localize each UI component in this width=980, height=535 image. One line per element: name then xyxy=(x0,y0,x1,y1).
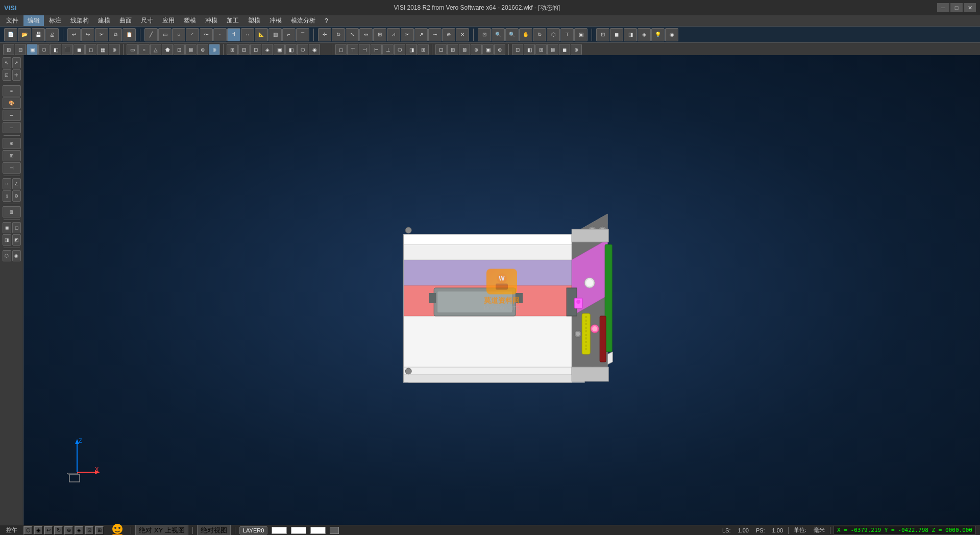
left-tb-linewidth[interactable]: ─ xyxy=(3,122,21,133)
tb-attr7[interactable]: ◼ xyxy=(74,44,85,55)
tb-new[interactable]: 📄 xyxy=(4,28,17,41)
tb-attr4[interactable]: ⬡ xyxy=(38,44,50,55)
menu-edit[interactable]: 编辑 xyxy=(23,15,44,26)
left-tb-color[interactable]: 🎨 xyxy=(3,98,21,109)
tb-line[interactable]: ╱ xyxy=(144,28,158,41)
tb-img2[interactable]: ⊟ xyxy=(238,44,250,55)
tb-move[interactable]: ✛ xyxy=(318,28,331,41)
menu-file[interactable]: 文件 xyxy=(2,15,22,26)
left-tb-cross-sel[interactable]: ✛ xyxy=(12,69,21,81)
tb-shape5[interactable]: ⊡ xyxy=(174,44,185,55)
menu-modeling[interactable]: 建模 xyxy=(94,15,114,26)
color-end[interactable] xyxy=(330,527,339,534)
close-button[interactable]: ✕ xyxy=(964,3,976,12)
left-tb-measure-angle[interactable]: ∠ xyxy=(12,178,21,189)
left-tb-select[interactable]: ↖ xyxy=(3,57,11,68)
tb-img3[interactable]: ⊡ xyxy=(250,44,261,55)
tb-hatch[interactable]: ▥ xyxy=(268,28,282,41)
tb-circle[interactable]: ○ xyxy=(172,28,185,41)
color-swatch[interactable] xyxy=(272,527,287,534)
tb-view8[interactable]: ⊞ xyxy=(418,44,429,55)
left-tb-snap[interactable]: ⊕ xyxy=(3,138,21,149)
tb-view1[interactable]: ◻ xyxy=(335,44,347,55)
status-icon-2[interactable]: ◉ xyxy=(34,526,43,535)
menu-die2[interactable]: 冲模 xyxy=(265,15,286,26)
tb-sys6[interactable]: ⊕ xyxy=(571,44,582,55)
tb-rect[interactable]: ▭ xyxy=(158,28,172,41)
left-tb-measure-dist[interactable]: ↔ xyxy=(3,178,11,189)
tb-attr10[interactable]: ⊕ xyxy=(109,44,120,55)
tb-shape4[interactable]: ⬟ xyxy=(162,44,173,55)
tb-sys2[interactable]: ◧ xyxy=(524,44,535,55)
tb-view-top[interactable]: ⊤ xyxy=(560,28,574,41)
status-icon-3[interactable]: ↩ xyxy=(44,526,53,535)
tb-sys5[interactable]: ◼ xyxy=(559,44,570,55)
tb-view6[interactable]: ⬡ xyxy=(394,44,405,55)
tb-dim[interactable]: ↔ xyxy=(241,28,254,41)
menu-die[interactable]: 冲模 xyxy=(201,15,222,26)
status-icon-8[interactable]: ⊞ xyxy=(95,526,104,535)
menu-dimension[interactable]: 尺寸 xyxy=(137,15,157,26)
tb-spline[interactable]: 〜 xyxy=(200,28,213,41)
tb-array[interactable]: ⊞ xyxy=(373,28,386,41)
left-tb-render4[interactable]: ◩ xyxy=(12,234,21,246)
status-icon-4[interactable]: ↻ xyxy=(54,526,63,535)
tb-attr2[interactable]: ⊟ xyxy=(15,44,26,55)
tb-attr1[interactable]: ⊞ xyxy=(3,44,14,55)
tb-view3[interactable]: ⊣ xyxy=(359,44,370,55)
tb-img7[interactable]: ⬡ xyxy=(297,44,308,55)
tb-shape3[interactable]: △ xyxy=(150,44,161,55)
status-icon-7[interactable]: ⊡ xyxy=(85,526,94,535)
left-tb-grid[interactable]: ⊞ xyxy=(3,150,21,161)
tb-attr3[interactable]: ▣ xyxy=(27,44,38,55)
tb-shade-edge[interactable]: ◨ xyxy=(624,28,637,41)
tb-view2[interactable]: ⊤ xyxy=(347,44,358,55)
tb-attr9[interactable]: ▦ xyxy=(97,44,108,55)
tb-extend[interactable]: ↗ xyxy=(414,28,428,41)
left-tb-info[interactable]: ℹ xyxy=(3,190,11,202)
minimize-button[interactable]: ─ xyxy=(937,3,949,12)
tb-wp5[interactable]: ▣ xyxy=(482,44,494,55)
tb-view7[interactable]: ◨ xyxy=(406,44,417,55)
tb-save[interactable]: 💾 xyxy=(32,28,45,41)
menu-annotate[interactable]: 标注 xyxy=(45,15,65,26)
menu-flow[interactable]: 模流分析 xyxy=(287,15,320,26)
tb-measure[interactable]: 📐 xyxy=(255,28,268,41)
tb-zoom-in[interactable]: 🔍 xyxy=(492,28,505,41)
tb-attr8[interactable]: ◻ xyxy=(85,44,96,55)
tb-img5[interactable]: ▣ xyxy=(274,44,285,55)
maximize-button[interactable]: □ xyxy=(950,3,963,12)
tb-sys1[interactable]: ⊡ xyxy=(512,44,523,55)
left-tb-obj2[interactable]: ◉ xyxy=(12,250,21,261)
left-tb-render1[interactable]: ◼ xyxy=(3,222,11,233)
tb-view-iso[interactable]: ⬡ xyxy=(547,28,560,41)
tb-undo[interactable]: ↩ xyxy=(67,28,81,41)
tb-render[interactable]: ◈ xyxy=(638,28,651,41)
tb-wp2[interactable]: ⊞ xyxy=(447,44,458,55)
left-tb-ortho[interactable]: ⊣ xyxy=(3,162,21,174)
tb-material[interactable]: ◉ xyxy=(665,28,678,41)
left-tb-props[interactable]: ⚙ xyxy=(12,190,21,202)
tb-open[interactable]: 📂 xyxy=(18,28,31,41)
left-tb-delete[interactable]: 🗑 xyxy=(3,206,21,217)
view-xy-button[interactable]: 绝对 XY 上视图 xyxy=(135,525,188,536)
tb-sys4[interactable]: ⊠ xyxy=(547,44,558,55)
tb-redo[interactable]: ↪ xyxy=(81,28,94,41)
tb-shape1[interactable]: ▭ xyxy=(127,44,138,55)
tb-img1[interactable]: ⊞ xyxy=(227,44,238,55)
tb-chamfer[interactable]: ⌐ xyxy=(282,28,296,41)
menu-mold[interactable]: 塑模 xyxy=(180,15,200,26)
tb-shade[interactable]: ◼ xyxy=(610,28,623,41)
tb-shape2[interactable]: ○ xyxy=(138,44,150,55)
tb-wp4[interactable]: ⊛ xyxy=(471,44,482,55)
view-abs-button[interactable]: 绝对视图 xyxy=(197,525,231,536)
tb-view4[interactable]: ⊢ xyxy=(371,44,382,55)
menu-surface[interactable]: 曲面 xyxy=(115,15,136,26)
tb-join[interactable]: ⊕ xyxy=(442,28,455,41)
tb-shape6[interactable]: ⊠ xyxy=(185,44,197,55)
tb-img4[interactable]: ◈ xyxy=(262,44,273,55)
tb-trim[interactable]: ✂ xyxy=(401,28,414,41)
color-swatch-2[interactable] xyxy=(291,527,306,534)
viewport[interactable]: Z X W 莫道资料网 MONDAO.SITE xyxy=(23,55,980,525)
menu-wireframe[interactable]: 线架构 xyxy=(66,15,93,26)
